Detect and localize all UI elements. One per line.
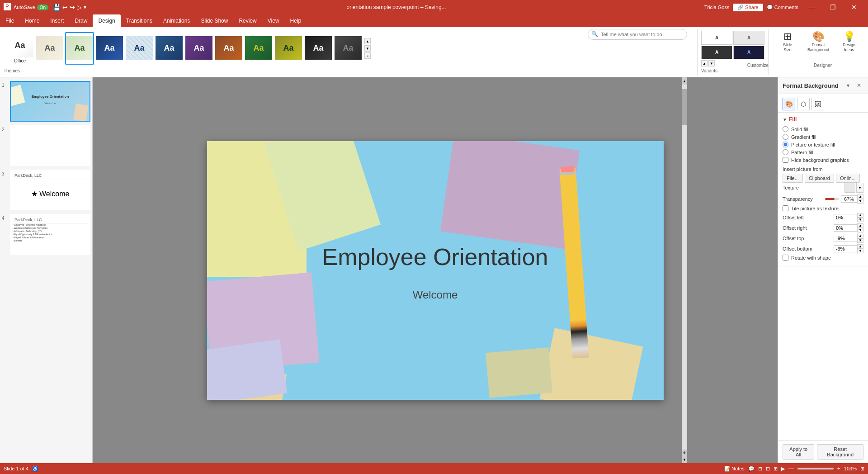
slide-sorter-icon[interactable]: ⊡ <box>766 466 770 472</box>
reading-view-icon[interactable]: ⊞ <box>774 466 778 472</box>
online-button[interactable]: Onlin... <box>836 174 860 183</box>
comments-btn[interactable]: 💬 <box>748 466 755 472</box>
tile-picture-checkbox[interactable] <box>783 205 788 211</box>
offset-right-value[interactable]: 0% <box>834 224 857 232</box>
offset-right-up[interactable]: ▲ <box>857 223 863 228</box>
minimize-button[interactable]: — <box>802 0 823 14</box>
rotate-with-shape-checkbox[interactable] <box>783 255 788 261</box>
apply-to-all-button[interactable]: Apply to All <box>783 444 814 460</box>
file-button[interactable]: File... <box>783 174 803 183</box>
zoom-level[interactable]: 103% <box>844 466 857 471</box>
slide-thumb-3[interactable]: 3 ParkDeck, LLC ★ Welcome <box>2 170 90 210</box>
normal-view-icon[interactable]: ⊟ <box>758 466 762 472</box>
undo-icon[interactable]: ↩ <box>62 4 68 11</box>
themes-scroll-up[interactable]: ▲ <box>364 38 371 44</box>
slide-thumb-4[interactable]: 4 ParkDeck, LLC • Employee Personnel Han… <box>2 214 90 255</box>
autosave-on[interactable]: On <box>37 5 48 10</box>
autosave-toggle[interactable]: AutoSave On <box>14 5 48 10</box>
more-icon[interactable]: ▾ <box>84 4 86 10</box>
theme-5[interactable]: Aa <box>125 32 154 65</box>
theme-3[interactable]: Aa <box>65 32 94 65</box>
offset-left-value[interactable]: 0% <box>834 214 857 221</box>
offset-left-up[interactable]: ▲ <box>857 213 863 218</box>
slide-preview-2[interactable] <box>10 125 90 166</box>
tab-slideshow[interactable]: Slide Show <box>195 14 233 27</box>
theme-8[interactable]: Aa <box>214 32 243 65</box>
slide-size-button[interactable]: ⊞ SlideSize <box>775 31 800 52</box>
gradient-fill-radio[interactable] <box>783 134 788 140</box>
theme-2[interactable]: Aa <box>35 32 64 65</box>
transparency-value[interactable]: 67% <box>841 195 857 203</box>
variants-scroll-up[interactable]: ▲ <box>701 60 708 66</box>
theme-office[interactable]: Aa Office <box>5 32 34 65</box>
fit-slide-icon[interactable]: ⊞ <box>860 466 864 472</box>
slide-subtitle[interactable]: Welcome <box>300 289 571 301</box>
texture-swatch[interactable] <box>844 183 855 193</box>
solid-fill-radio[interactable] <box>783 126 788 132</box>
vertical-scrollbar[interactable]: ▲ ⊕ ▼ <box>682 77 687 463</box>
theme-11[interactable]: Aa <box>304 32 333 65</box>
picture-fill-radio[interactable] <box>783 142 788 147</box>
format-background-button[interactable]: 🎨 FormatBackground <box>806 31 831 52</box>
redo-icon[interactable]: ↪ <box>70 4 75 11</box>
tab-view[interactable]: View <box>262 14 285 27</box>
fill-section-header[interactable]: ▼ Fill <box>783 116 863 123</box>
tab-draw[interactable]: Draw <box>69 14 93 27</box>
offset-bottom-down[interactable]: ▼ <box>857 249 863 253</box>
pattern-fill-radio[interactable] <box>783 149 788 155</box>
tab-design[interactable]: Design <box>93 14 120 27</box>
tab-review[interactable]: Review <box>233 14 262 27</box>
tab-transitions[interactable]: Transitions <box>121 14 158 27</box>
offset-top-up[interactable]: ▲ <box>857 234 863 238</box>
maximize-button[interactable]: ❐ <box>823 0 844 14</box>
theme-10[interactable]: Aa <box>274 32 303 65</box>
theme-9[interactable]: Aa <box>244 32 273 65</box>
scroll-up-btn[interactable]: ▲ <box>682 77 687 85</box>
offset-bottom-value[interactable]: -9% <box>834 245 857 252</box>
themes-scroll-down[interactable]: ▼ <box>364 45 371 52</box>
zoom-out-icon[interactable]: — <box>788 465 794 472</box>
theme-4[interactable]: Aa <box>95 32 124 65</box>
reset-background-button[interactable]: Reset Background <box>817 444 863 460</box>
zoom-in-icon[interactable]: + <box>837 465 840 472</box>
save-icon[interactable]: 💾 <box>53 4 61 11</box>
slide-preview-4[interactable]: ParkDeck, LLC • Employee Personnel Handb… <box>10 214 90 255</box>
hide-bg-checkbox[interactable] <box>783 157 788 163</box>
panel-dropdown-icon[interactable]: ▾ <box>844 81 853 90</box>
tab-file[interactable]: File <box>0 14 19 27</box>
slide-canvas[interactable]: Employee Orientation Welcome <box>207 141 664 400</box>
share-button[interactable]: 🔗 Share <box>733 4 763 11</box>
variant-4[interactable]: A <box>733 46 764 60</box>
accessibility-icon[interactable]: ♿ <box>32 466 38 472</box>
present-icon[interactable]: ▷ <box>77 4 82 11</box>
transparency-slider[interactable] <box>825 198 839 200</box>
tab-home[interactable]: Home <box>19 14 45 27</box>
slide-preview-1[interactable]: Employee Orientation Welcome <box>10 81 90 122</box>
notes-button[interactable]: 📝 Notes <box>724 466 745 472</box>
theme-7[interactable]: Aa <box>184 32 213 65</box>
search-input[interactable] <box>588 29 687 40</box>
slide-thumb-1[interactable]: 1 Employee Orientation Welcome <box>2 81 90 122</box>
texture-dropdown-btn[interactable]: ▾ <box>856 183 863 193</box>
design-ideas-button[interactable]: 💡 DesignIdeas <box>836 31 862 52</box>
slide-main-title[interactable]: Employee Orientation <box>255 243 616 270</box>
picture-tab[interactable]: 🖼 <box>811 98 824 110</box>
slide-preview-3[interactable]: ParkDeck, LLC ★ Welcome <box>10 170 90 210</box>
fill-tab[interactable]: 🎨 <box>783 98 795 110</box>
zoom-slider[interactable] <box>797 468 834 469</box>
transparency-down[interactable]: ▼ <box>857 199 863 204</box>
comments-button[interactable]: 💬 Comments <box>767 5 798 10</box>
close-button[interactable]: ✕ <box>844 0 864 14</box>
offset-bottom-up[interactable]: ▲ <box>857 244 863 249</box>
clipboard-button[interactable]: Clipboard <box>805 174 834 183</box>
variants-scroll-down[interactable]: ▼ <box>708 60 715 66</box>
scroll-down-btn[interactable]: ▼ <box>682 456 687 463</box>
slide-show-icon[interactable]: ▶ <box>781 466 785 472</box>
offset-top-down[interactable]: ▼ <box>857 238 863 243</box>
panel-close-icon[interactable]: ✕ <box>854 81 863 90</box>
variant-3[interactable]: A <box>701 46 732 60</box>
offset-right-down[interactable]: ▼ <box>857 228 863 232</box>
theme-12[interactable]: Aa <box>334 32 363 65</box>
transparency-up[interactable]: ▲ <box>857 194 863 199</box>
tab-insert[interactable]: Insert <box>45 14 69 27</box>
